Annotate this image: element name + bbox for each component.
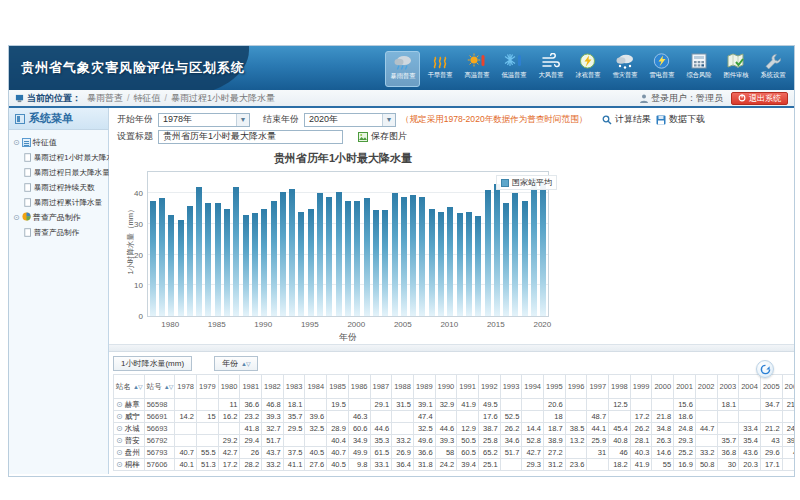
year-column-header[interactable]: 2005 — [760, 375, 782, 399]
bar — [280, 192, 286, 316]
value-cell: 55 — [652, 459, 674, 471]
toolbar-item[interactable]: 雷电普查 — [644, 51, 679, 87]
year-column-header[interactable]: 2003 — [717, 375, 739, 399]
year-column-header[interactable]: 1985 — [327, 375, 349, 399]
year-column-header[interactable]: 1994 — [522, 375, 544, 399]
expand-icon[interactable]: ⊙ — [116, 400, 123, 409]
bar — [531, 178, 537, 316]
year-column-header[interactable]: 1996 — [565, 375, 587, 399]
expand-icon[interactable]: ⊙ — [116, 448, 123, 457]
breadcrumb-item[interactable]: 暴雨普查 — [87, 92, 123, 105]
value-cell: 28.9 — [327, 423, 349, 435]
toolbar-item[interactable]: 综合风险 — [681, 51, 716, 87]
year-column-header[interactable]: 1992 — [478, 375, 500, 399]
year-field-pill[interactable]: 年份 ▲▽ — [214, 356, 258, 371]
year-column-header[interactable]: 2002 — [695, 375, 717, 399]
save-image-button[interactable]: 保存图片 — [358, 130, 407, 143]
toolbar-item[interactable]: 冰雹普查 — [570, 51, 605, 87]
year-column-header[interactable]: 1978 — [175, 375, 197, 399]
year-column-header[interactable]: 1995 — [544, 375, 566, 399]
value-cell: 12.9 — [457, 423, 479, 435]
year-column-header[interactable]: 1986 — [348, 375, 370, 399]
sidebar-item-label: 暴雨过程日最大降水量 — [34, 167, 110, 177]
column-header[interactable]: 站号 ▲▽ — [144, 375, 175, 399]
sidebar-item[interactable]: 暴雨过程1小时最大降水量 — [11, 150, 101, 164]
toolbar-item[interactable]: 雪灾普查 — [607, 51, 642, 87]
end-year-select[interactable]: 2020年 ▼ — [304, 113, 396, 127]
expand-icon[interactable]: ⊙ — [116, 412, 123, 421]
year-column-header[interactable]: 2006 — [782, 375, 794, 399]
station-name-cell[interactable]: ⊙水城 — [114, 423, 145, 435]
year-column-header[interactable]: 2000 — [652, 375, 674, 399]
breadcrumb-item[interactable]: 特征值 — [134, 92, 161, 105]
year-column-header[interactable]: 1980 — [218, 375, 240, 399]
value-cell: 25.8 — [478, 435, 500, 447]
toolbar-item[interactable]: 系统设置 — [755, 51, 790, 87]
year-column-header[interactable]: 1989 — [413, 375, 435, 399]
sidebar-item[interactable]: 普查产品制作 — [11, 225, 101, 239]
toolbar-item[interactable]: 图件审核 — [718, 51, 753, 87]
bar — [336, 192, 342, 316]
value-cell: 21.8 — [652, 411, 674, 423]
value-cell — [175, 399, 197, 411]
sidebar-group[interactable]: ⊙普查产品制作 — [11, 210, 106, 225]
start-year-select[interactable]: 1978年 ▼ — [158, 113, 250, 127]
user-label: 登录用户：管理员 — [651, 92, 723, 105]
toolbar-item[interactable]: 干旱普查 — [422, 51, 457, 87]
year-column-header[interactable]: 2001 — [674, 375, 696, 399]
year-column-header[interactable]: 1983 — [283, 375, 305, 399]
chart-title-input[interactable] — [158, 130, 343, 144]
year-column-header[interactable]: 1998 — [609, 375, 631, 399]
year-column-header[interactable]: 1987 — [370, 375, 392, 399]
calculate-button[interactable]: 计算结果 — [602, 113, 651, 126]
location-icon — [15, 94, 24, 103]
year-column-header[interactable]: 1981 — [240, 375, 262, 399]
sidebar-item[interactable]: 暴雨过程持续天数 — [11, 180, 101, 194]
expand-icon[interactable]: ⊙ — [116, 424, 123, 433]
station-name-cell[interactable]: ⊙盘州 — [114, 447, 145, 459]
map-check-icon — [727, 52, 745, 70]
sort-icons[interactable]: ▲▽ — [241, 360, 250, 367]
station-name-cell[interactable]: ⊙威宁 — [114, 411, 145, 423]
toolbar-item[interactable]: 低温普查 — [496, 51, 531, 87]
tree-toggle-icon[interactable]: ⊙ — [13, 213, 20, 222]
sidebar-group[interactable]: ⊙特征值 — [11, 135, 106, 150]
year-column-header[interactable]: 1991 — [457, 375, 479, 399]
splitter-bar[interactable] — [109, 344, 794, 352]
year-column-header[interactable]: 1997 — [587, 375, 609, 399]
sidebar-item[interactable]: 暴雨过程日最大降水量 — [11, 165, 101, 179]
value-cell: 29.3 — [522, 459, 544, 471]
toolbar-item[interactable]: 大风普查 — [533, 51, 568, 87]
refresh-button[interactable] — [756, 360, 774, 378]
bar — [289, 189, 295, 316]
value-cell: 25.2 — [674, 447, 696, 459]
tree-toggle-icon[interactable]: ⊙ — [13, 138, 20, 147]
year-column-header[interactable]: 1979 — [197, 375, 219, 399]
station-name-cell[interactable]: ⊙桐梓 — [114, 459, 145, 471]
year-column-header[interactable]: 1988 — [392, 375, 414, 399]
breadcrumb-item[interactable]: 暴雨过程1小时最大降水量 — [171, 92, 275, 105]
year-column-header[interactable]: 1990 — [435, 375, 457, 399]
year-column-header[interactable]: 1984 — [305, 375, 327, 399]
station-name-cell[interactable]: ⊙赫章 — [114, 399, 145, 411]
expand-icon[interactable]: ⊙ — [116, 460, 123, 469]
year-column-header[interactable]: 1999 — [630, 375, 652, 399]
value-cell: 51.7 — [500, 447, 522, 459]
measure-pill[interactable]: 1小时降水量(mm) — [113, 356, 192, 371]
sidebar-item[interactable]: 暴雨过程累计降水量 — [11, 195, 101, 209]
expand-icon[interactable]: ⊙ — [116, 436, 123, 445]
toolbar-item[interactable]: 高温普查 — [459, 51, 494, 87]
year-column-header[interactable]: 2004 — [739, 375, 761, 399]
breadcrumb-separator: / — [127, 93, 130, 103]
toolbar-item[interactable]: 暴雨普查 — [385, 51, 420, 87]
sidebar-group-label: 普查产品制作 — [33, 212, 81, 223]
year-column-header[interactable]: 1982 — [262, 375, 284, 399]
logout-button[interactable]: 退出系统 — [731, 92, 788, 105]
value-cell: 29.5 — [283, 423, 305, 435]
value-cell — [522, 411, 544, 423]
end-year-label: 结束年份 — [263, 113, 299, 126]
year-column-header[interactable]: 1993 — [500, 375, 522, 399]
column-header[interactable]: 站名 ▲▽ — [114, 375, 145, 399]
station-name-cell[interactable]: ⊙普安 — [114, 435, 145, 447]
download-button[interactable]: 数据下载 — [656, 113, 705, 126]
